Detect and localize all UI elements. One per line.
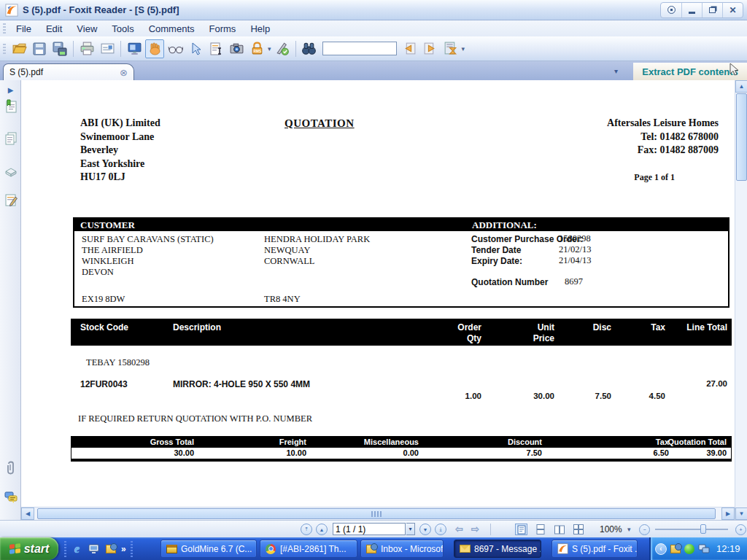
save-button[interactable]	[30, 39, 49, 58]
scroll-left-button[interactable]: ◀	[21, 508, 34, 520]
sign-button[interactable]	[273, 39, 292, 58]
attachments-panel-button[interactable]	[2, 459, 19, 476]
taskbar-separator	[64, 541, 66, 557]
single-page-view-button[interactable]	[515, 524, 527, 535]
expand-panel-button[interactable]: ▶	[2, 82, 19, 98]
email-button[interactable]	[98, 39, 117, 58]
col-order-qty-line2: Qty	[457, 333, 481, 344]
previous-view-button[interactable]: ⇦	[455, 524, 463, 534]
vertical-scroll-thumb[interactable]	[736, 93, 747, 181]
mouse-cursor-icon	[728, 63, 740, 77]
print-button[interactable]	[77, 39, 96, 58]
contact-block: Aftersales Leisure Homes Tel: 01482 6780…	[607, 117, 719, 158]
layers-panel-button[interactable]	[2, 162, 19, 179]
rms-protect-button[interactable]: RMS	[247, 39, 266, 58]
minimize-button[interactable]	[681, 3, 702, 18]
taskbar-button-abi2861[interactable]: [#ABI-2861] Th...	[260, 540, 357, 558]
toolbar-grip[interactable]	[3, 44, 6, 54]
next-view-button[interactable]: ⇨	[471, 524, 479, 534]
page-number-input[interactable]	[333, 523, 406, 535]
zoom-out-button[interactable]: −	[639, 524, 650, 535]
continuous-facing-icon	[573, 524, 584, 534]
find-button[interactable]	[300, 39, 319, 58]
zoom-slider-track[interactable]	[655, 529, 728, 530]
tray-collapse-icon[interactable]: ‹	[655, 543, 667, 555]
menu-help[interactable]: Help	[243, 22, 277, 36]
pages-panel-button[interactable]	[2, 130, 19, 147]
rms-dropdown-icon[interactable]: ▾	[268, 45, 271, 52]
zoom-in-button[interactable]: +	[735, 524, 746, 535]
open-button[interactable]	[9, 39, 28, 58]
tray-network-icon[interactable]	[698, 544, 710, 554]
taskbar-button-message-8697[interactable]: 8697 - Message ...	[454, 540, 541, 558]
read-mode-button[interactable]	[441, 39, 460, 58]
additional-value: 1580298	[559, 233, 591, 244]
help-button[interactable]	[661, 3, 681, 18]
menu-file[interactable]: File	[9, 22, 39, 36]
zoom-slider-thumb[interactable]	[700, 524, 706, 534]
taskbar-button-foxit[interactable]: S (5).pdf - Foxit ...	[551, 540, 638, 558]
company-address-line: East Yorkshire	[80, 158, 160, 171]
zoom-level-label[interactable]: 100%	[600, 524, 622, 534]
comments-bubbles-icon	[4, 490, 18, 505]
windows-flag-icon	[9, 543, 20, 555]
zoom-tool-button[interactable]	[166, 39, 185, 58]
tab-close-icon[interactable]: ⊗	[120, 67, 128, 78]
rms-lock-icon: RMS	[249, 41, 265, 56]
continuous-facing-view-button[interactable]	[572, 524, 584, 535]
find-next-button[interactable]	[421, 39, 440, 58]
tab-list-dropdown-icon[interactable]: ▾	[614, 67, 618, 75]
foxit-icon	[557, 543, 568, 555]
select-annotation-button[interactable]	[186, 39, 205, 58]
menu-comments[interactable]: Comments	[142, 22, 202, 36]
page-dropdown-icon[interactable]: ▾	[406, 523, 415, 535]
customer-line: SURF BAY CARAVANS (STATIC)	[82, 234, 214, 245]
read-mode-dropdown-icon[interactable]: ▾	[462, 45, 465, 52]
snapshot-button[interactable]	[227, 39, 246, 58]
restore-button[interactable]	[702, 3, 722, 18]
menu-forms[interactable]: Forms	[202, 22, 244, 36]
start-button[interactable]: start	[0, 537, 58, 560]
fullscreen-button[interactable]	[125, 39, 144, 58]
quick-launch-overflow-icon[interactable]: »	[121, 544, 126, 554]
totals-value: 0.00	[403, 448, 419, 459]
next-page-button[interactable]: ▼	[419, 524, 431, 535]
zoom-dropdown-icon[interactable]: ▾	[627, 526, 631, 533]
title-bar: S (5).pdf - Foxit Reader - [S (5).pdf] ✕	[0, 0, 747, 20]
last-page-button[interactable]: ⤓	[435, 524, 446, 535]
tray-outlook-icon[interactable]	[670, 545, 681, 553]
tray-status-icon[interactable]	[684, 544, 694, 554]
save-all-button[interactable]	[50, 39, 69, 58]
scroll-up-button[interactable]: ▲	[735, 80, 747, 93]
close-button[interactable]: ✕	[722, 3, 743, 18]
continuous-view-button[interactable]	[534, 524, 546, 535]
tab-s5pdf[interactable]: S (5).pdf ⊗	[3, 63, 134, 80]
internet-explorer-icon[interactable]: e	[71, 542, 83, 555]
taskbar-button-inbox[interactable]: Inbox - Microsof...	[360, 540, 444, 558]
horizontal-scrollbar[interactable]: ◀ ▶	[21, 507, 735, 520]
contact-tel: Tel: 01482 678000	[607, 131, 719, 144]
find-previous-button[interactable]	[400, 39, 419, 58]
search-input[interactable]	[322, 42, 397, 55]
horizontal-scroll-thumb[interactable]	[37, 508, 716, 519]
scroll-right-button[interactable]: ▶	[721, 508, 735, 520]
menu-tools[interactable]: Tools	[104, 22, 141, 36]
hand-tool-button[interactable]	[145, 39, 164, 58]
contact-fax: Fax: 01482 887009	[607, 144, 719, 158]
show-desktop-icon[interactable]	[88, 542, 100, 555]
scroll-down-button[interactable]: ▼	[735, 508, 747, 520]
taskbar-button-goldmine[interactable]: GoldMine 6.7 (C...	[160, 540, 257, 558]
menu-grip[interactable]	[3, 23, 6, 34]
previous-page-button[interactable]: ▲	[316, 524, 328, 535]
first-page-button[interactable]: ⤒	[301, 524, 312, 535]
outlook-quicklaunch-icon[interactable]	[104, 542, 117, 555]
menu-edit[interactable]: Edit	[39, 22, 69, 36]
menu-view[interactable]: View	[69, 22, 104, 36]
facing-view-button[interactable]	[553, 524, 565, 535]
comments-summary-button[interactable]	[2, 191, 19, 208]
comments-panel-button[interactable]	[2, 489, 19, 505]
bookmarks-panel-button[interactable]	[2, 98, 19, 114]
vertical-scrollbar[interactable]: ▲ ▼	[735, 80, 747, 520]
totals-header: Freight	[279, 437, 306, 448]
select-text-button[interactable]	[206, 39, 225, 58]
